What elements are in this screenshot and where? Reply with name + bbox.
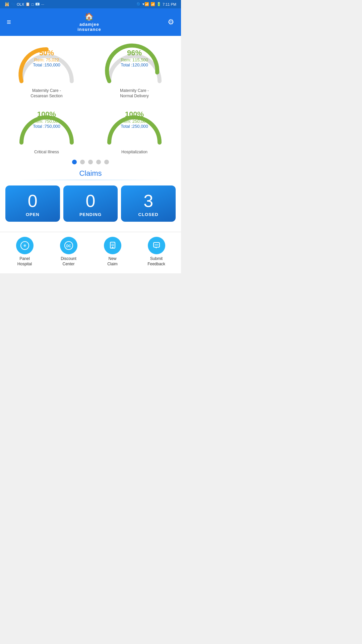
gauge-1-text: 50% Rem: 75,022 Total :150,000 bbox=[25, 49, 68, 67]
claims-open-label: OPEN bbox=[26, 212, 40, 217]
app-header: ≡ 🏠 adamjee insurance ⚙ bbox=[0, 8, 181, 36]
new-claim-label: NewClaim bbox=[107, 256, 118, 267]
claims-closed-label: CLOSED bbox=[138, 212, 159, 217]
gauge-4-percent: 100% bbox=[113, 110, 156, 119]
nav-submit-feedback[interactable]: SubmitFeedback bbox=[134, 237, 178, 267]
status-bar: 🕌 👣 OLX 📋 □ 📧 ··· 🔵 ▾📶 📶 🔋 7:11 PM bbox=[0, 0, 181, 8]
status-right-icons: 🔵 ▾📶 📶 🔋 7:11 PM bbox=[136, 2, 176, 6]
brand-sub: insurance bbox=[77, 27, 101, 32]
svg-point-12 bbox=[155, 244, 156, 245]
claims-closed-box[interactable]: 3 CLOSED bbox=[121, 185, 176, 222]
claims-title: Claims bbox=[5, 169, 176, 178]
claims-boxes: 0 OPEN 0 PENDING 3 CLOSED bbox=[5, 185, 176, 222]
logo-icon: 🏠 bbox=[84, 12, 94, 21]
nav-panel-hospital[interactable]: + PanelHospital bbox=[3, 237, 47, 267]
gauge-critical-illness: 100% Rem: 750,000 Total :750,000 Critica… bbox=[5, 104, 88, 155]
gauge-1-label: Maternity Care -Cesarean Section bbox=[31, 88, 62, 99]
gauge-1-total: Total :150,000 bbox=[25, 62, 68, 67]
gauge-maternity-cesarean: 50% Rem: 75,022 Total :150,000 Maternity… bbox=[5, 43, 88, 99]
brand-logo: 🏠 adamjee insurance bbox=[77, 12, 101, 32]
discount-center-icon: DC bbox=[60, 237, 77, 254]
gauge-3-rem: Rem: 750,000 bbox=[25, 119, 68, 124]
gauge-4-label: Hospitalization bbox=[121, 150, 147, 155]
claims-open-number: 0 bbox=[28, 192, 38, 211]
gauge-4-text: 100% Rem: 250,000 Total :250,000 bbox=[113, 110, 156, 129]
svg-point-13 bbox=[156, 244, 157, 245]
gauge-1-rem: Rem: 75,022 bbox=[25, 57, 68, 62]
gauge-3-percent: 100% bbox=[25, 110, 68, 119]
new-claim-icon bbox=[104, 237, 121, 254]
gauge-1-percent: 50% bbox=[25, 49, 68, 57]
svg-marker-11 bbox=[155, 247, 157, 249]
carousel-dots bbox=[5, 160, 176, 164]
status-left-icons: 🕌 👣 OLX 📋 □ 📧 ··· bbox=[5, 2, 44, 6]
svg-text:DC: DC bbox=[66, 244, 71, 248]
claims-pending-number: 0 bbox=[86, 192, 96, 211]
gauge-2-text: 96% Rem: 115,500 Total :120,000 bbox=[113, 49, 156, 67]
gauge-2-rem: Rem: 115,500 bbox=[113, 57, 156, 62]
gauge-3-label: Critical Illness bbox=[34, 150, 59, 155]
svg-point-2 bbox=[23, 244, 26, 247]
discount-center-label: DiscountCenter bbox=[61, 256, 76, 267]
gauge-2-percent: 96% bbox=[113, 49, 156, 57]
gauge-hospitalization: 100% Rem: 250,000 Total :250,000 Hospita… bbox=[93, 104, 176, 155]
gauge-4-total: Total :250,000 bbox=[113, 124, 156, 129]
claims-pending-box[interactable]: 0 PENDING bbox=[63, 185, 118, 222]
submit-feedback-icon bbox=[148, 237, 165, 254]
gauge-3-text: 100% Rem: 750,000 Total :750,000 bbox=[25, 110, 68, 129]
gauge-2-total: Total :120,000 bbox=[113, 62, 156, 67]
menu-button[interactable]: ≡ bbox=[7, 18, 11, 26]
submit-feedback-label: SubmitFeedback bbox=[147, 256, 165, 267]
bottom-navigation: + PanelHospital DC DiscountCenter NewCla… bbox=[0, 232, 181, 273]
dot-4[interactable] bbox=[96, 160, 101, 164]
gauge-2-label: Maternity Care -Normal Delivery bbox=[120, 88, 149, 99]
svg-point-14 bbox=[157, 244, 158, 245]
nav-discount-center[interactable]: DC DiscountCenter bbox=[47, 237, 90, 267]
settings-button[interactable]: ⚙ bbox=[168, 18, 174, 26]
dot-3[interactable] bbox=[88, 160, 93, 164]
gauge-grid: 50% Rem: 75,022 Total :150,000 Maternity… bbox=[5, 43, 176, 155]
main-content: 50% Rem: 75,022 Total :150,000 Maternity… bbox=[0, 36, 181, 232]
gauge-4-rem: Rem: 250,000 bbox=[113, 119, 156, 124]
dot-2[interactable] bbox=[80, 160, 85, 164]
claims-divider bbox=[19, 180, 162, 180]
brand-name: adamjee bbox=[79, 22, 99, 27]
claims-pending-label: PENDING bbox=[79, 212, 102, 217]
claims-open-box[interactable]: 0 OPEN bbox=[5, 185, 60, 222]
gauge-3-total: Total :750,000 bbox=[25, 124, 68, 129]
gauge-maternity-normal: 96% Rem: 115,500 Total :120,000 Maternit… bbox=[93, 43, 176, 99]
panel-hospital-icon: + bbox=[16, 237, 34, 254]
dot-5[interactable] bbox=[104, 160, 109, 164]
dot-1[interactable] bbox=[72, 160, 77, 164]
status-time: 7:11 PM bbox=[163, 2, 176, 6]
claims-closed-number: 3 bbox=[143, 192, 153, 211]
panel-hospital-label: PanelHospital bbox=[17, 256, 32, 267]
nav-new-claim[interactable]: NewClaim bbox=[90, 237, 134, 267]
